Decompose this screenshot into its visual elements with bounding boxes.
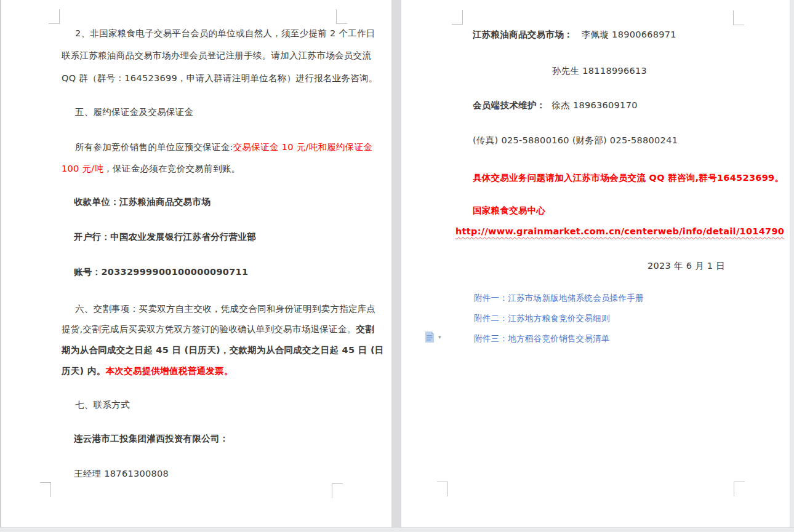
market-contact-line2: 孙先生 18118996613 <box>552 66 647 76</box>
vertical-scrollbar[interactable] <box>790 0 794 532</box>
embedded-object-button[interactable]: ▾ <box>425 332 448 344</box>
company-name-line: 连云港市工投集团灌西投资有限公司： <box>74 434 229 444</box>
bank-line: 开户行：中国农业发展银行江苏省分行营业部 <box>74 232 256 242</box>
section6-delivery-line2: 提货,交割完成后买卖双方凭双方签订的验收确认单到交易市场退保证金。交割 <box>62 324 374 335</box>
grainmarket-url-line: http://www.grainmarket.com.cn/centerweb/… <box>455 226 784 237</box>
manager-contact-line: 王经理 18761300808 <box>74 469 169 479</box>
section5-heading: 五、履约保证金及交易保证金 <box>75 107 193 117</box>
text-boundary-mark-top-right <box>336 9 347 24</box>
attachment-link-1[interactable]: 附件一：江苏市场新版地储系统会员操作手册 <box>474 293 644 303</box>
text-boundary-mark-bottom-left <box>437 482 448 496</box>
page-gap <box>391 0 401 527</box>
text-boundary-mark-bottom-left <box>40 482 51 497</box>
paragraph-member-registration-line2: 联系江苏粮油商品交易市场办理会员登记注册手续。请加入江苏市场会员交流 <box>62 50 371 61</box>
deposit-paragraph-line2: 100 元/吨，保证金必须在竞价交易前到账。 <box>62 164 240 174</box>
document-page-2: 江苏粮油商品交易市场：李佩璇 18900668971 孙先生 181189966… <box>401 0 790 527</box>
qq-group-notice: 具体交易业务问题请加入江苏市场会员交流 QQ 群咨询,群号164523699。 <box>473 173 784 183</box>
account-line: 账号：20332999900100000090711 <box>74 267 248 277</box>
word-document-view: 2、非国家粮食电子交易平台会员的单位或自然人，须至少提前 2 个工作日 联系江苏… <box>0 0 794 532</box>
text-boundary-mark-top-right <box>733 10 744 25</box>
grainmarket-hyperlink[interactable]: http://www.grainmarket.com.cn/centerweb/… <box>455 226 784 236</box>
document-date: 2023 年 6 月 1 日 <box>648 261 725 271</box>
text-boundary-mark-top-left <box>49 9 60 24</box>
text-boundary-mark-bottom-right <box>734 482 745 496</box>
invoice-red-notice: 本次交易提供增值税普通发票。 <box>105 366 233 376</box>
deposit-red-text: 交易保证金 10 元/吨和履约保证金 <box>233 142 372 152</box>
paragraph-member-registration-line1: 2、非国家粮食电子交易平台会员的单位或自然人，须至少提前 2 个工作日 <box>75 28 375 39</box>
market-contact-line1: 江苏粮油商品交易市场：李佩璇 18900668971 <box>473 30 676 40</box>
section6-delivery-line1: 六、交割事项：买卖双方自主交收，凭成交合同和身份证明到卖方指定库点 <box>75 304 375 314</box>
tech-support-line: 会员端技术维护：徐杰 18963609170 <box>473 100 638 111</box>
fax-finance-line: (传真) 025-58800160 (财务部) 025-58800241 <box>473 135 678 146</box>
horizontal-scrollbar[interactable] <box>0 527 794 532</box>
attachment-link-3[interactable]: 附件三：地方稻谷竞价销售交易清单 <box>474 333 610 344</box>
dropdown-arrow-icon: ▾ <box>438 333 441 341</box>
document-icon <box>425 332 435 343</box>
attachment-link-2[interactable]: 附件二：江苏地方粮食竞价交易细则 <box>474 313 610 324</box>
document-page-1: 2、非国家粮食电子交易平台会员的单位或自然人，须至少提前 2 个工作日 联系江苏… <box>1 0 391 527</box>
text-boundary-mark-top-left <box>452 10 463 25</box>
deposit-paragraph-line1: 所有参加竞价销售的单位应预交保证金:交易保证金 10 元/吨和履约保证金 <box>75 142 372 153</box>
section6-delivery-line3: 期为从合同成交之日起 45 日 (日历天)，交款期为从合同成交之日起 45 日 … <box>62 345 384 355</box>
section7-heading: 七、联系方式 <box>75 400 130 410</box>
grain-center-name: 国家粮食交易中心 <box>473 205 545 216</box>
payee-line: 收款单位：江苏粮油商品交易市场 <box>74 197 211 207</box>
text-boundary-mark-bottom-right <box>332 483 343 498</box>
deposit-red-text2: 100 元/吨 <box>62 164 103 173</box>
section6-delivery-line4: 历天) 内。本次交易提供增值税普通发票。 <box>62 366 233 376</box>
paragraph-member-registration-line3: QQ 群（群号：164523699，申请入群请注明单位名称）进行报名业务咨询。 <box>62 73 378 84</box>
